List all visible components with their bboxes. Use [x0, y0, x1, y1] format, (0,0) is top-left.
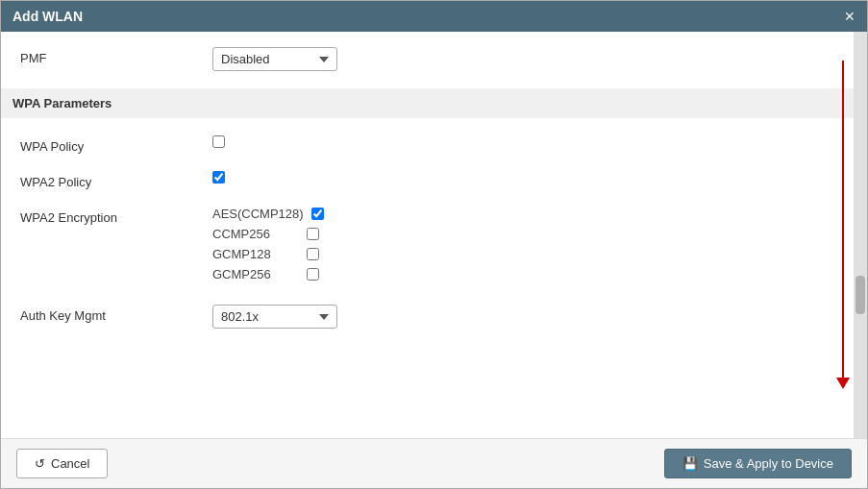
wpa2-encryption-label: WPA2 Encryption	[20, 207, 212, 225]
wpa2-policy-row: WPA2 Policy	[20, 171, 834, 189]
enc-gcmp128-checkbox[interactable]	[307, 248, 319, 260]
enc-ccmp256-label: CCMP256	[212, 227, 299, 241]
wpa-policy-checkbox[interactable]	[212, 135, 225, 148]
wpa2-policy-label: WPA2 Policy	[20, 171, 212, 189]
save-icon: 💾	[682, 456, 698, 471]
wpa-policy-control	[212, 135, 834, 151]
wpa2-policy-control	[212, 171, 834, 186]
enc-gcmp256-row: GCMP256	[212, 267, 834, 281]
pmf-select[interactable]: Disabled Optional Required	[212, 47, 337, 71]
cancel-label: Cancel	[51, 456, 89, 471]
enc-gcmp128-label: GCMP128	[212, 247, 299, 261]
wpa-policy-row: WPA Policy	[20, 135, 834, 154]
enc-gcmp256-label: GCMP256	[212, 267, 299, 281]
cancel-button[interactable]: ↺ Cancel	[16, 449, 108, 478]
save-label: Save & Apply to Device	[704, 456, 833, 471]
pmf-row: PMF Disabled Optional Required	[20, 47, 834, 71]
wpa-section-header: WPA Parameters	[1, 88, 854, 118]
wpa2-encryption-row: WPA2 Encryption AES(CCMP128) CCMP256 GCM…	[20, 207, 834, 287]
scrollbar-thumb[interactable]	[856, 276, 865, 314]
enc-ccmp256-row: CCMP256	[212, 227, 834, 241]
scroll-indicator-arrowhead	[836, 378, 850, 389]
wpa2-policy-checkbox[interactable]	[212, 171, 225, 183]
wpa2-encryption-options: AES(CCMP128) CCMP256 GCMP128 GCMP256	[212, 207, 834, 287]
scroll-indicator	[836, 61, 850, 389]
close-button[interactable]: ✕	[844, 10, 856, 23]
dialog-body: PMF Disabled Optional Required WPA Param…	[1, 32, 867, 438]
save-button[interactable]: 💾 Save & Apply to Device	[664, 449, 852, 478]
auth-key-row: Auth Key Mgmt 802.1x PSK SAE OWE	[20, 305, 834, 329]
dialog-footer: ↺ Cancel 💾 Save & Apply to Device	[1, 438, 867, 488]
pmf-label: PMF	[20, 47, 212, 65]
enc-aes-row: AES(CCMP128)	[212, 207, 834, 221]
dialog-content: PMF Disabled Optional Required WPA Param…	[1, 32, 854, 438]
add-wlan-dialog: Add WLAN ✕ PMF Disabled Optional Require…	[0, 0, 868, 489]
cancel-icon: ↺	[35, 456, 45, 471]
enc-gcmp256-checkbox[interactable]	[307, 268, 319, 281]
auth-key-select[interactable]: 802.1x PSK SAE OWE	[212, 305, 337, 329]
dialog-title: Add WLAN	[12, 9, 83, 24]
scroll-indicator-line	[842, 61, 844, 378]
pmf-control: Disabled Optional Required	[212, 47, 834, 71]
wpa-policy-label: WPA Policy	[20, 135, 212, 154]
enc-gcmp128-row: GCMP128	[212, 247, 834, 261]
auth-key-control: 802.1x PSK SAE OWE	[212, 305, 834, 329]
scrollbar-track	[854, 32, 867, 438]
scrollbar[interactable]	[854, 32, 867, 438]
auth-key-label: Auth Key Mgmt	[20, 305, 212, 323]
enc-aes-checkbox[interactable]	[311, 208, 324, 220]
enc-aes-label: AES(CCMP128)	[212, 207, 304, 221]
enc-ccmp256-checkbox[interactable]	[307, 228, 319, 240]
dialog-header: Add WLAN ✕	[1, 1, 867, 32]
